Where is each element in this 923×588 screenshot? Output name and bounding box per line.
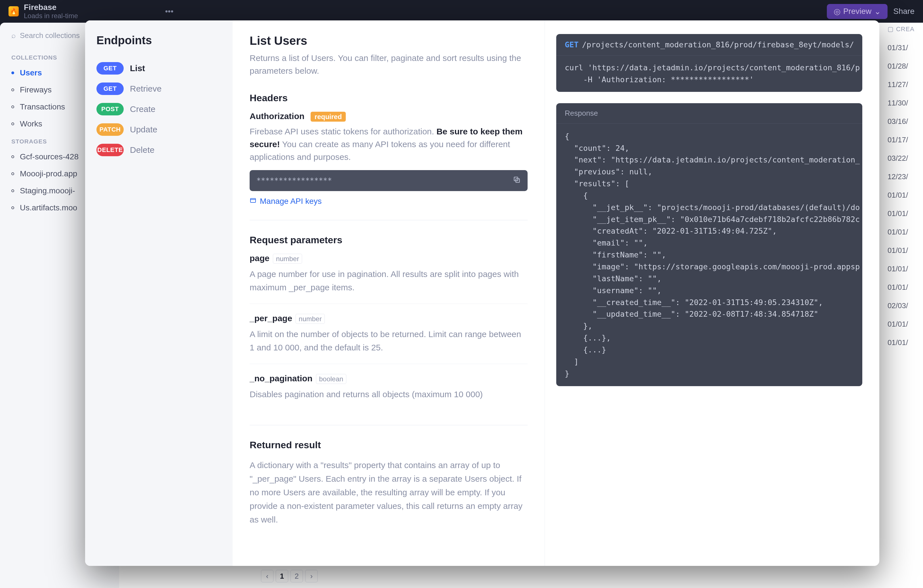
page-title: List Users	[250, 34, 527, 47]
date-cell: 01/01/	[887, 278, 915, 296]
date-cell: 01/01/	[887, 205, 915, 223]
search-icon: ⌕	[11, 31, 16, 40]
request-url: /projects/content_moderation_816/prod/fi…	[582, 40, 854, 49]
divider	[250, 220, 527, 220]
date-cell: 01/01/	[887, 333, 915, 352]
pager-1[interactable]: 1	[276, 570, 288, 582]
method-pill: POST	[97, 103, 124, 115]
param-description: A page number for use in pagination. All…	[250, 268, 527, 294]
param-name: _no_pagination	[250, 373, 312, 383]
bg-more-button[interactable]: •••	[163, 5, 176, 18]
param-description: A limit on the number of objects to be r…	[250, 328, 527, 354]
token-box: *****************	[250, 170, 527, 191]
divider	[250, 425, 527, 425]
endpoint-label: Update	[130, 125, 158, 134]
returned-heading: Returned result	[250, 439, 527, 450]
modal-sidebar: Endpoints GETListGETRetrievePOSTCreatePA…	[85, 20, 233, 566]
date-cell: 01/01/	[887, 186, 915, 205]
auth-description: Firebase API uses static tokens for auth…	[250, 125, 527, 163]
bg-app-info: Firebase Loads in real-time	[24, 3, 78, 20]
preview-label: Preview	[843, 7, 872, 16]
pagination: ‹ 1 2 ›	[261, 570, 318, 582]
date-cell: 02/03/	[887, 296, 915, 315]
date-cell: 11/27/	[887, 75, 915, 94]
required-badge: required	[310, 112, 346, 122]
firebase-logo-icon: 🔥	[8, 6, 19, 16]
date-cell: 01/17/	[887, 131, 915, 149]
nav-label: Moooji-prod.app	[20, 169, 77, 179]
response-heading: Response	[556, 103, 862, 124]
doc-left: List Users Returns a list of Users. You …	[233, 20, 545, 566]
date-cell: 12/23/	[887, 167, 915, 186]
token-mask: *****************	[256, 176, 332, 185]
date-cell: 01/01/	[887, 223, 915, 241]
auth-label: Authorization	[250, 111, 304, 121]
manage-link-label: Manage API keys	[260, 197, 322, 206]
manage-api-keys-link[interactable]: Manage API keys	[250, 197, 527, 206]
date-cell: 01/01/	[887, 315, 915, 333]
curl-body: curl 'https://data.jetadmin.io/projects/…	[556, 56, 862, 92]
param-type: number	[273, 254, 302, 264]
method-pill: GET	[97, 62, 124, 75]
dot-icon	[11, 172, 14, 175]
endpoint-retrieve[interactable]: GETRetrieve	[97, 79, 221, 99]
pager-prev[interactable]: ‹	[261, 570, 273, 582]
nav-label: Transactions	[20, 102, 65, 111]
date-cell: 03/16/	[887, 112, 915, 131]
endpoint-label: Create	[130, 104, 156, 114]
param-description: Disables pagination and returns all obje…	[250, 388, 527, 401]
method-pill: DELETE	[97, 144, 124, 156]
req-params-heading: Request parameters	[250, 234, 527, 246]
search-placeholder: Search collections	[20, 31, 80, 40]
response-body: { "count": 24, "next": "https://data.jet…	[556, 124, 862, 387]
response-box: Response { "count": 24, "next": "https:/…	[556, 103, 862, 387]
dot-icon	[11, 206, 14, 209]
method-pill: GET	[97, 82, 124, 95]
request-code-box: GET/projects/content_moderation_816/prod…	[556, 34, 862, 92]
share-button[interactable]: Share	[893, 7, 915, 16]
chevron-down-icon: ⌄	[874, 7, 881, 16]
param-page: pagenumberA page number for use in pagin…	[250, 254, 527, 304]
param-name: _per_page	[250, 314, 292, 323]
nav-label: Fireways	[20, 85, 52, 94]
eye-icon: ◎	[834, 7, 841, 16]
key-icon	[250, 197, 256, 206]
endpoint-create[interactable]: POSTCreate	[97, 99, 221, 120]
request-line: GET/projects/content_moderation_816/prod…	[556, 34, 862, 56]
date-cell: 03/22/	[887, 149, 915, 167]
nav-label: Gcf-sources-428	[20, 152, 79, 161]
copy-icon[interactable]	[513, 176, 521, 185]
method-pill: PATCH	[97, 123, 124, 136]
dot-icon	[11, 189, 14, 192]
param-_no_pagination: _no_paginationbooleanDisables pagination…	[250, 373, 527, 411]
param-type: boolean	[316, 374, 347, 384]
param-_per_page: _per_pagenumberA limit on the number of …	[250, 314, 527, 364]
endpoint-list[interactable]: GETList	[97, 58, 221, 79]
calendar-icon: ▢	[887, 26, 894, 33]
pager-2[interactable]: 2	[291, 570, 303, 582]
date-cell: 01/28/	[887, 57, 915, 75]
bg-app-subtitle: Loads in real-time	[24, 12, 78, 20]
bg-header: 🔥 Firebase Loads in real-time ••• ◎ Prev…	[0, 0, 923, 23]
preview-button[interactable]: ◎ Preview ⌄	[827, 4, 888, 19]
svg-rect-2	[250, 198, 256, 202]
dot-icon	[11, 156, 14, 158]
date-cell: 11/30/	[887, 94, 915, 112]
returned-description: A dictionary with a "results" property t…	[250, 459, 527, 526]
param-type: number	[296, 314, 325, 324]
nav-label: Users	[20, 68, 42, 77]
endpoints-heading: Endpoints	[97, 34, 221, 47]
pager-next[interactable]: ›	[305, 570, 318, 582]
dot-icon	[11, 105, 14, 108]
endpoint-update[interactable]: PATCHUpdate	[97, 120, 221, 140]
date-cell: 01/31/	[887, 39, 915, 57]
modal-content: List Users Returns a list of Users. You …	[233, 20, 879, 566]
api-modal: ✕ Endpoints GETListGETRetrievePOSTCreate…	[85, 20, 879, 566]
endpoint-delete[interactable]: DELETEDelete	[97, 140, 221, 160]
date-cell: 01/01/	[887, 241, 915, 260]
bg-dates-column: ▢ CREA 01/31/01/28/11/27/11/30/03/16/01/…	[887, 23, 915, 352]
bg-app-title: Firebase	[24, 3, 78, 12]
endpoint-label: List	[130, 64, 145, 73]
page-subtitle: Returns a list of Users. You can filter,…	[250, 52, 527, 77]
method-label: GET	[565, 40, 579, 49]
